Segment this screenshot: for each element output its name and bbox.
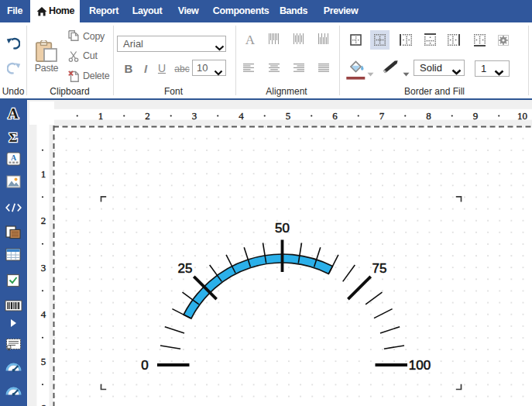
svg-text:2: 2 (41, 215, 46, 226)
svg-text:Σ: Σ (9, 130, 17, 145)
svg-text:100: 100 (409, 358, 431, 373)
svg-text:5: 5 (41, 356, 46, 367)
svg-text:3: 3 (41, 262, 46, 274)
svg-text:50: 50 (275, 221, 290, 236)
svg-text:6: 6 (332, 110, 338, 122)
svg-text:A: A (11, 153, 17, 162)
svg-text:25: 25 (178, 261, 193, 276)
svg-text:5: 5 (286, 110, 291, 122)
svg-text:2: 2 (145, 110, 150, 122)
svg-text:75: 75 (372, 261, 387, 276)
svg-text:1: 1 (98, 110, 104, 122)
svg-text:10: 10 (517, 110, 527, 122)
svg-text:0: 0 (141, 358, 148, 373)
svg-text:A: A (8, 105, 19, 122)
svg-text:3: 3 (192, 110, 197, 122)
svg-text:8: 8 (426, 110, 431, 122)
svg-text:6: 6 (41, 402, 46, 406)
svg-text:1: 1 (41, 168, 46, 180)
svg-text:9: 9 (473, 110, 479, 122)
svg-text:7: 7 (379, 110, 385, 122)
svg-text:4: 4 (239, 110, 244, 122)
svg-text:4: 4 (41, 308, 46, 320)
